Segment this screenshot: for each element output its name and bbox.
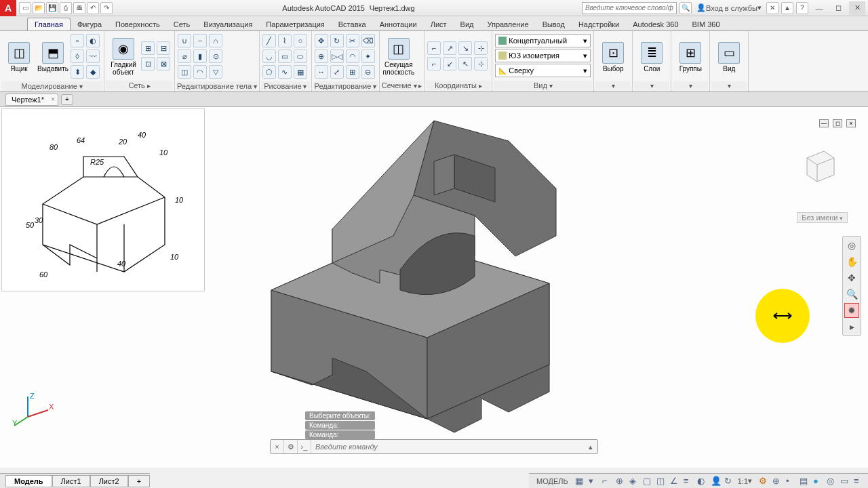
panel-layers-label[interactable]: ▾ [634,81,669,90]
panel-solidedit-label[interactable]: Редактирование тела ▾ [176,81,258,91]
ucs4-icon[interactable]: ⊹ [474,41,488,55]
command-input[interactable] [311,443,584,451]
ucs5-icon[interactable]: ⌐ [427,57,441,70]
annotation-monitor-icon[interactable]: ⊕ [770,476,781,487]
sweep-icon[interactable]: 〰 [86,49,100,63]
open-icon[interactable]: 📂 [33,2,45,14]
tab-layout[interactable]: Лист [424,18,454,30]
tab-autodesk360[interactable]: Autodesk 360 [626,18,685,30]
zoom-extents-icon[interactable]: ✥ [844,270,859,285]
thicken-icon[interactable]: ▮ [193,49,207,63]
mirror-icon[interactable]: ▷◁ [330,49,344,63]
cmd-close-icon[interactable]: × [271,440,284,453]
box-button[interactable]: ◫Ящик [3,37,35,77]
otrack-icon[interactable]: ∠ [668,476,679,487]
tab-surface[interactable]: Поверхность [108,18,167,30]
smooth-object-button[interactable]: ◉Гладкий объект [107,37,140,77]
erase-icon[interactable]: ⌫ [361,34,375,47]
tab-parametric[interactable]: Параметризация [259,18,331,30]
circle-icon[interactable]: ○ [294,34,307,47]
tab-home[interactable]: Главная [27,18,71,30]
minimize-button[interactable]: — [811,1,827,15]
arc-icon[interactable]: ◡ [262,49,276,63]
layers-button[interactable]: ≣Слои [635,37,668,77]
subtract-icon[interactable]: − [193,34,207,47]
line-icon[interactable]: ╱ [262,34,276,47]
solid-icon[interactable]: ◆ [86,65,100,79]
section-plane-button[interactable]: ◫Секущая плоскость [382,37,415,77]
transparency-icon[interactable]: ◐ [695,476,706,487]
mesh3-icon[interactable]: ⊡ [141,57,155,70]
quick-properties-icon[interactable]: ▤ [797,476,808,487]
rectangle-icon[interactable]: ▭ [278,49,292,63]
shell-icon[interactable]: ◫ [178,65,191,79]
panel-mesh-label[interactable]: Сеть ▸ [106,81,173,90]
mesh2-icon[interactable]: ⊟ [157,41,170,55]
tab-figure[interactable]: Фигура [71,18,108,30]
cmd-customize-icon[interactable]: ⚙ [284,440,298,453]
saveas-icon[interactable]: ⎙ [60,2,72,14]
panel-view-label[interactable]: Вид ▾ [494,81,592,90]
undo-icon[interactable]: ↶ [87,2,99,14]
imprint-icon[interactable]: ⊙ [209,49,222,63]
array-icon[interactable]: ⊞ [346,65,359,79]
help-search-input[interactable] [582,2,677,14]
revolve-icon[interactable]: ◐ [86,34,100,47]
tab-model[interactable]: Модель [5,475,52,487]
full-nav-wheel-icon[interactable]: ◎ [844,238,859,253]
lineweight-icon[interactable]: ≡ [682,476,692,487]
print-icon[interactable]: 🖶 [73,2,85,14]
new-doc-tab[interactable]: + [61,94,73,105]
panel-view2-label[interactable]: ▾ [711,81,747,90]
signin-menu[interactable]: 👤 Вход в службы ▾ [694,3,764,12]
stretch-icon[interactable]: ↔ [315,65,328,79]
panel-modeling-label[interactable]: Моделирование ▾ [1,81,102,91]
tab-bim360[interactable]: BIM 360 [686,18,727,30]
exchange-icon[interactable]: ✕ [766,2,778,14]
save-icon[interactable]: 💾 [46,2,58,14]
close-button[interactable]: ✕ [849,1,865,15]
move-icon[interactable]: ✥ [315,34,328,47]
modelspace-toggle[interactable]: МОДЕЛЬ [534,477,570,485]
trim-icon[interactable]: ✂ [346,34,359,47]
osnap-icon[interactable]: ▢ [641,476,652,487]
vp-minimize-icon[interactable]: — [819,119,829,127]
view-label[interactable]: Без имени ▾ [797,212,848,223]
ucs2-icon[interactable]: ↗ [443,41,456,55]
extrude-button[interactable]: ⬒Выдавить [37,37,69,77]
ucs6-icon[interactable]: ↙ [443,57,456,70]
vp-maximize-icon[interactable]: ◻ [833,119,842,127]
hatch-icon[interactable]: ▦ [294,65,307,79]
vp-close-icon[interactable]: × [846,119,856,127]
isolate-icon[interactable]: ◎ [825,476,835,487]
taper-icon[interactable]: ▽ [209,65,222,79]
intersect-icon[interactable]: ∩ [209,34,222,47]
mesh4-icon[interactable]: ⊠ [157,57,170,70]
slice-icon[interactable]: ⌀ [178,49,191,63]
selection-button[interactable]: ⊡Выбор [597,37,629,77]
polyline-icon[interactable]: ⌇ [278,34,292,47]
panel-coords-label[interactable]: Координаты ▸ [426,81,490,90]
tab-manage[interactable]: Управление [480,18,535,30]
hardware-accel-icon[interactable]: ● [811,476,822,487]
view-button[interactable]: ▭Вид [713,37,745,77]
tab-insert[interactable]: Вставка [332,18,373,30]
search-icon[interactable]: 🔍 [679,2,692,14]
rotate-icon[interactable]: ↻ [330,34,344,47]
ucs3-icon[interactable]: ↘ [458,41,472,55]
workspace-icon[interactable]: ⚙ [757,476,768,487]
redo-icon[interactable]: ↷ [100,2,113,14]
scale-icon[interactable]: ⤢ [330,65,344,79]
polar-icon[interactable]: ⊕ [614,476,625,487]
tab-mesh[interactable]: Сеть [167,18,197,30]
model-viewport[interactable]: 80 64 40 20 10 R25 10 50 30 60 40 10 [0,107,868,468]
maximize-button[interactable]: ◻ [830,1,846,15]
new-icon[interactable]: ▭ [19,2,31,14]
presspull-icon[interactable]: ⬍ [71,65,84,79]
panel-groups-label[interactable]: ▾ [673,81,708,90]
ucs7-icon[interactable]: ↖ [458,57,472,70]
tab-visualize[interactable]: Визуализация [197,18,259,30]
tab-view[interactable]: Вид [454,18,481,30]
a360-icon[interactable]: ▲ [781,2,793,14]
spline-icon[interactable]: ∿ [278,65,292,79]
